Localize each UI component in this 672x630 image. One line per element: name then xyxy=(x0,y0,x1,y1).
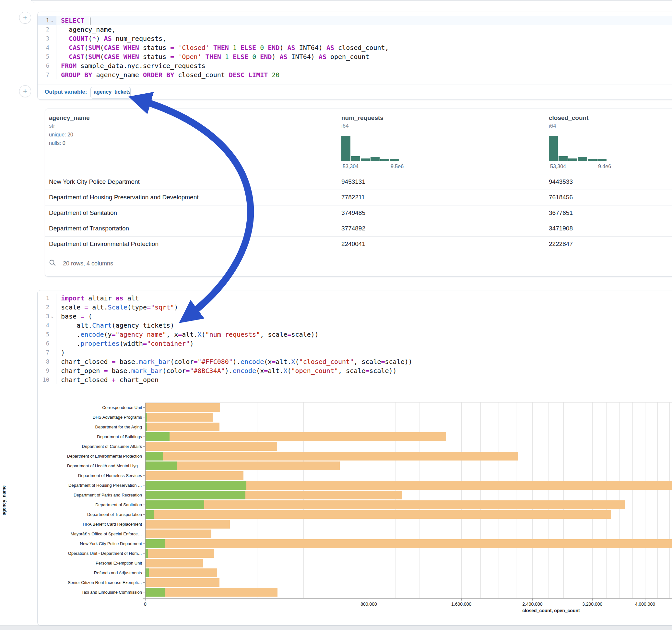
table-footer-text: 20 rows, 4 columns xyxy=(63,260,113,267)
code-token: * xyxy=(92,35,96,43)
row-divider xyxy=(45,190,672,190)
code-token: ( xyxy=(201,331,206,338)
code-token: sample_data.nyc.service_requests xyxy=(76,62,205,70)
code-token: ( xyxy=(84,312,92,320)
output-variable-row: Output variable: agency_tickets xyxy=(38,84,672,100)
sql-code-editor[interactable]: 1⌄SELECT 2 agency_name,3 COUNT(*) AS num… xyxy=(38,16,672,79)
code-text: chart_closed = base.mark_bar(color="#FFC… xyxy=(56,357,412,366)
code-token: scale)) xyxy=(291,331,319,338)
histogram-bar xyxy=(578,157,587,161)
code-line: 2 agency_name, xyxy=(38,25,672,34)
line-number: 3 xyxy=(38,34,49,43)
fold-chevron-icon[interactable]: ⌄ xyxy=(49,16,55,25)
code-token: scale xyxy=(61,303,84,311)
add-cell-button-top[interactable]: + xyxy=(19,12,31,24)
table-cell: 2222847 xyxy=(549,240,573,248)
previous-cell-bottom-edge xyxy=(31,0,672,3)
code-token: X xyxy=(283,367,287,374)
fold-spacer xyxy=(49,61,55,70)
code-token: chart_open xyxy=(116,376,159,384)
output-variable-input[interactable]: agency_tickets xyxy=(91,87,130,98)
code-token: END xyxy=(260,53,272,60)
code-token: alt. xyxy=(88,303,107,311)
code-token: "open_count" xyxy=(291,367,338,374)
code-text: scale = alt.Scale(type="sqrt") xyxy=(56,303,178,312)
code-token: DESC xyxy=(229,71,244,79)
result-table-card: agency_namestrunique: 20nulls: 0num_requ… xyxy=(45,108,672,277)
table-row-agency: New York City Police Department xyxy=(49,178,140,185)
code-token xyxy=(80,71,84,79)
code-token: ELSE xyxy=(233,53,248,60)
code-token: 1 xyxy=(233,44,237,51)
python-cell-card: 1import altair as alt2scale = alt.Scale(… xyxy=(37,290,672,626)
code-token: (x xyxy=(256,367,264,374)
line-gutter: 2 xyxy=(38,303,56,312)
code-line: 9chart_open = base.mark_bar(color="#8BC3… xyxy=(38,366,672,375)
code-token: properties xyxy=(80,340,119,347)
code-token: mark_bar xyxy=(131,367,162,374)
code-token xyxy=(84,17,88,24)
code-token: ( xyxy=(287,367,291,374)
code-token: = xyxy=(112,358,116,366)
code-token: status xyxy=(139,44,170,51)
text-cursor xyxy=(90,18,91,25)
code-token: "num_requests" xyxy=(206,331,260,338)
code-token: ) xyxy=(280,44,287,51)
code-token: base xyxy=(61,312,80,320)
code-token: ). xyxy=(233,358,241,366)
code-token: encode xyxy=(241,358,264,366)
code-token: , scale xyxy=(260,331,287,338)
search-icon[interactable] xyxy=(49,259,56,266)
python-code-editor[interactable]: 1import altair as alt2scale = alt.Scale(… xyxy=(38,294,672,384)
code-token: SUM xyxy=(88,53,100,60)
code-token: Chart xyxy=(92,321,112,329)
line-number: 5 xyxy=(38,330,49,339)
code-token: base. xyxy=(108,367,131,374)
code-token: "#FFC080" xyxy=(197,358,233,366)
code-token: WHEN xyxy=(123,44,139,51)
code-token: INT64) xyxy=(288,53,319,60)
code-token: alt. xyxy=(182,331,197,338)
code-token: 0 xyxy=(252,53,256,60)
line-gutter: 7 xyxy=(38,348,56,357)
code-token: = xyxy=(264,367,268,374)
code-token: = xyxy=(272,358,275,366)
code-token xyxy=(256,53,260,60)
table-cell: 3471908 xyxy=(549,225,573,232)
histogram-bar xyxy=(351,156,360,161)
code-token: (color xyxy=(170,358,194,366)
code-token xyxy=(268,71,272,79)
code-text: COUNT(*) AS num_requests, xyxy=(56,34,166,43)
code-token: GROUP xyxy=(61,71,80,79)
fold-chevron-icon[interactable]: ⌄ xyxy=(49,312,55,321)
line-gutter: 6 xyxy=(38,61,56,70)
code-token: ) xyxy=(174,303,178,311)
fold-spacer xyxy=(49,34,55,43)
add-cell-button-output[interactable]: + xyxy=(19,85,31,97)
row-divider xyxy=(45,205,672,205)
code-token: AS xyxy=(104,35,112,43)
line-gutter: 8 xyxy=(38,357,56,366)
code-token: X xyxy=(291,358,295,366)
code-token: SUM xyxy=(88,44,100,51)
fold-spacer xyxy=(49,375,55,384)
line-gutter: 4 xyxy=(38,321,56,330)
code-token: 'Open' xyxy=(178,53,201,60)
code-token: = xyxy=(178,331,182,338)
code-token: AS xyxy=(327,44,334,51)
line-gutter: 4 xyxy=(38,43,56,52)
code-token: "sqrt" xyxy=(151,303,174,311)
line-number: 7 xyxy=(38,348,49,357)
code-token: WHEN xyxy=(123,53,139,60)
y-axis-title: agency_name xyxy=(1,452,6,549)
code-token: alt. xyxy=(61,321,92,329)
line-number: 9 xyxy=(38,366,49,375)
code-line: 5 CAST(SUM(CASE WHEN status = 'Open' THE… xyxy=(38,52,672,61)
code-token xyxy=(229,44,233,51)
line-number: 2 xyxy=(38,303,49,312)
code-token: , x xyxy=(166,331,178,338)
code-token: ) xyxy=(190,340,194,347)
code-token: CAST xyxy=(69,53,84,60)
table-cell: 7782211 xyxy=(341,194,365,201)
code-token: 0 xyxy=(260,44,264,51)
